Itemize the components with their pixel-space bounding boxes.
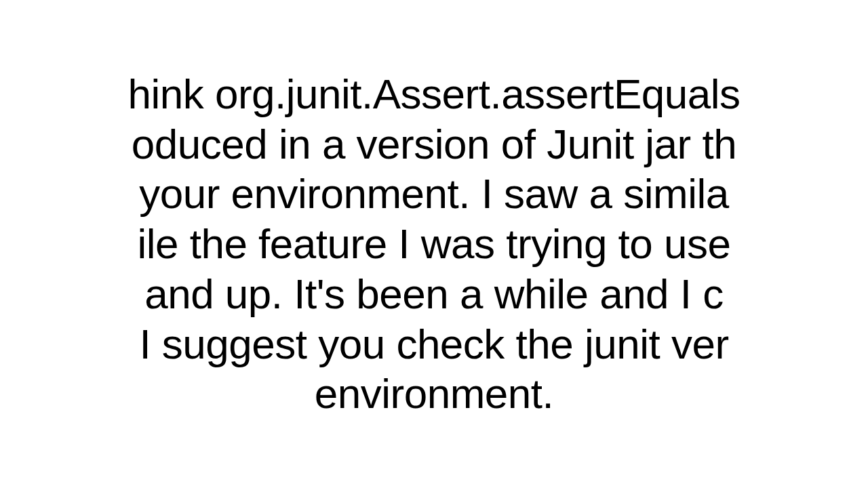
cropped-text-block: hink org.junit.Assert.assertEquals oduce… (127, 69, 740, 419)
text-line-6: I suggest you check the junit ver (127, 319, 740, 369)
text-line-3: your environment. I saw a simila (127, 169, 740, 219)
text-line-7: environment. (127, 369, 740, 419)
text-line-2: oduced in a version of Junit jar th (127, 119, 740, 169)
text-line-4: ile the feature I was trying to use (127, 219, 740, 269)
text-line-5: and up. It's been a while and I c (127, 269, 740, 319)
text-line-1: hink org.junit.Assert.assertEquals (127, 69, 740, 119)
